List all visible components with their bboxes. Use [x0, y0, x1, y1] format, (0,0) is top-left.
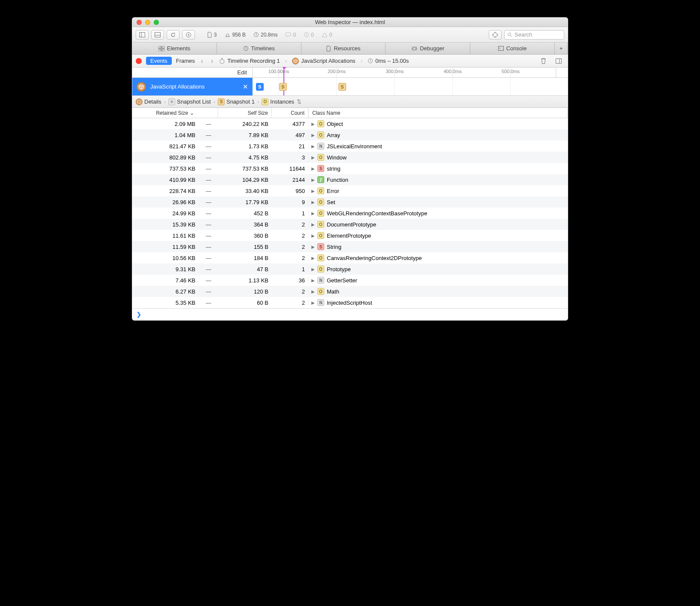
crumb-instances[interactable]: Instances — [270, 98, 294, 105]
disclosure-triangle-icon[interactable]: ▶ — [311, 189, 315, 193]
svg-line-25 — [412, 47, 413, 48]
disclosure-triangle-icon[interactable]: ▶ — [311, 155, 315, 160]
type-icon: N — [317, 277, 324, 284]
table-row[interactable]: 11.59 KB—155 B2▶SString — [132, 241, 568, 252]
table-row[interactable]: 24.99 KB—452 B1▶OWebGLRenderingContextBa… — [132, 208, 568, 219]
table-header: Retained Size ⌄ Self Size Count Class Na… — [132, 108, 568, 118]
cell-self: 120 B — [218, 288, 272, 295]
cell-class: ▶ODocumentPrototype — [308, 221, 568, 228]
reload-button[interactable] — [167, 30, 180, 40]
tab-resources[interactable]: Resources — [301, 43, 386, 54]
disclosure-triangle-icon[interactable]: ▶ — [311, 166, 315, 171]
cell-flag: — — [199, 165, 218, 172]
elements-icon — [158, 46, 164, 51]
cell-self: 17.79 KB — [218, 199, 272, 205]
table-row[interactable]: 9.31 KB—47 B1▶OPrototype — [132, 263, 568, 275]
table-row[interactable]: 821.47 KB—1.73 KB21▶NJSLexicalEnvironmen… — [132, 141, 568, 152]
tab-elements[interactable]: Elements — [132, 43, 217, 54]
timeline-track[interactable]: SSS — [253, 78, 568, 95]
edit-button[interactable]: Edit — [132, 67, 253, 77]
snapshot-marker[interactable]: S — [256, 83, 264, 91]
svg-point-15 — [508, 33, 511, 36]
sidebar-bottom-button[interactable] — [151, 30, 164, 40]
snapshot-marker[interactable]: S — [279, 83, 287, 91]
chevron-updown-icon[interactable]: ⇅ — [296, 98, 301, 105]
cell-count: 11644 — [272, 165, 308, 172]
table-row[interactable]: 6.27 KB—120 B2▶OMath — [132, 286, 568, 297]
cell-flag: — — [199, 143, 218, 150]
sidebar-left-button[interactable] — [136, 30, 149, 40]
playhead[interactable] — [283, 67, 284, 95]
col-self[interactable]: Self Size — [218, 108, 272, 118]
table-row[interactable]: 802.89 KB—4.75 KB3▶OWindow — [132, 152, 568, 163]
table-row[interactable]: 7.46 KB—1.13 KB36▶NGetterSetter — [132, 275, 568, 286]
crumb-allocations[interactable]: JavaScript Allocations — [292, 58, 355, 64]
disclosure-triangle-icon[interactable]: ▶ — [311, 178, 315, 182]
table-row[interactable]: 1.04 MB—7.89 KB497▶OArray — [132, 129, 568, 141]
cell-class: ▶NInjectedScriptHost — [308, 299, 568, 306]
crumb-range[interactable]: 0ms – 15.00s — [368, 58, 409, 64]
cell-count: 1 — [272, 266, 308, 272]
close-icon[interactable]: ✕ — [243, 83, 248, 91]
cell-retained: 11.59 KB — [132, 244, 199, 250]
tab-timelines[interactable]: Timelines — [217, 43, 301, 54]
disclosure-triangle-icon[interactable]: ▶ — [311, 211, 315, 216]
table-row[interactable]: 228.74 KB—33.40 KB950▶OError — [132, 185, 568, 196]
col-class[interactable]: Class Name — [308, 108, 568, 118]
sidebar-right-button[interactable] — [553, 58, 564, 64]
snapshot-marker[interactable]: S — [338, 83, 346, 91]
table-row[interactable]: 15.39 KB—364 B2▶ODocumentPrototype — [132, 219, 568, 230]
stat-requests: 3 — [204, 32, 219, 38]
bug-icon — [411, 46, 417, 51]
nav-forward[interactable]: › — [209, 57, 215, 65]
table-row[interactable]: 2.09 MB—240.22 KB4377▶OObject — [132, 118, 568, 129]
table-row[interactable]: 26.96 KB—17.79 KB9▶OSet — [132, 196, 568, 208]
table-row[interactable]: 10.56 KB—184 B2▶OCanvasRenderingContext2… — [132, 252, 568, 263]
allocations-label[interactable]: JavaScript Allocations ✕ — [132, 78, 253, 95]
table-row[interactable]: 737.53 KB—737.53 KB11644▶Sstring — [132, 163, 568, 174]
ruler-scroll-right[interactable] — [556, 67, 568, 77]
tab-debugger[interactable]: Debugger — [386, 43, 470, 54]
col-count[interactable]: Count — [272, 108, 308, 118]
disclosure-triangle-icon[interactable]: ▶ — [311, 144, 315, 149]
svg-rect-34 — [556, 58, 562, 63]
disclosure-triangle-icon[interactable]: ▶ — [311, 245, 315, 249]
events-toggle[interactable]: Events — [146, 57, 172, 65]
type-icon: S — [317, 243, 324, 250]
disclosure-triangle-icon[interactable]: ▶ — [311, 300, 315, 305]
nav-back[interactable]: ‹ — [199, 57, 205, 65]
cell-retained: 2.09 MB — [132, 121, 199, 127]
table-row[interactable]: 410.99 KB—104.29 KB2144▶ƒFunction — [132, 174, 568, 185]
disclosure-triangle-icon[interactable]: ▶ — [311, 256, 315, 260]
stat-logs: 0 — [283, 32, 298, 38]
inspect-button[interactable] — [489, 30, 502, 40]
titlebar[interactable]: Web Inspector — index.html — [132, 18, 568, 27]
disclosure-triangle-icon[interactable]: ▶ — [311, 233, 315, 238]
col-retained[interactable]: Retained Size ⌄ — [132, 108, 218, 118]
crumb-details[interactable]: Details — [144, 98, 161, 105]
trash-button[interactable] — [538, 58, 549, 64]
record-icon[interactable] — [136, 58, 142, 64]
crumb-snapshot-1[interactable]: Snapshot 1 — [226, 98, 255, 105]
cell-retained: 7.46 KB — [132, 277, 199, 284]
crumb-recording[interactable]: Timeline Recording 1 — [219, 58, 280, 64]
frames-toggle[interactable]: Frames — [176, 58, 195, 64]
new-tab-button[interactable]: + — [555, 43, 568, 54]
disclosure-triangle-icon[interactable]: ▶ — [311, 289, 315, 294]
stat-time: 20.8ms — [251, 32, 280, 38]
download-button[interactable] — [182, 30, 195, 40]
tab-console[interactable]: Console — [470, 43, 555, 54]
timeline-ruler[interactable]: 100.00ms200.0ms300.0ms400.0ms500.0ms — [253, 67, 556, 77]
disclosure-triangle-icon[interactable]: ▶ — [311, 278, 315, 283]
table-row[interactable]: 5.35 KB—60 B2▶NInjectedScriptHost — [132, 297, 568, 308]
table-row[interactable]: 11.61 KB—360 B2▶OElementPrototype — [132, 230, 568, 241]
disclosure-triangle-icon[interactable]: ▶ — [311, 200, 315, 205]
search-input[interactable]: Search — [504, 30, 564, 40]
disclosure-triangle-icon[interactable]: ▶ — [311, 222, 315, 227]
type-icon: N — [317, 299, 324, 306]
crumb-snapshot-list[interactable]: Snapshot List — [177, 98, 211, 105]
disclosure-triangle-icon[interactable]: ▶ — [311, 133, 315, 138]
console-prompt[interactable]: ❯ — [132, 308, 568, 320]
disclosure-triangle-icon[interactable]: ▶ — [311, 267, 315, 272]
disclosure-triangle-icon[interactable]: ▶ — [311, 122, 315, 126]
